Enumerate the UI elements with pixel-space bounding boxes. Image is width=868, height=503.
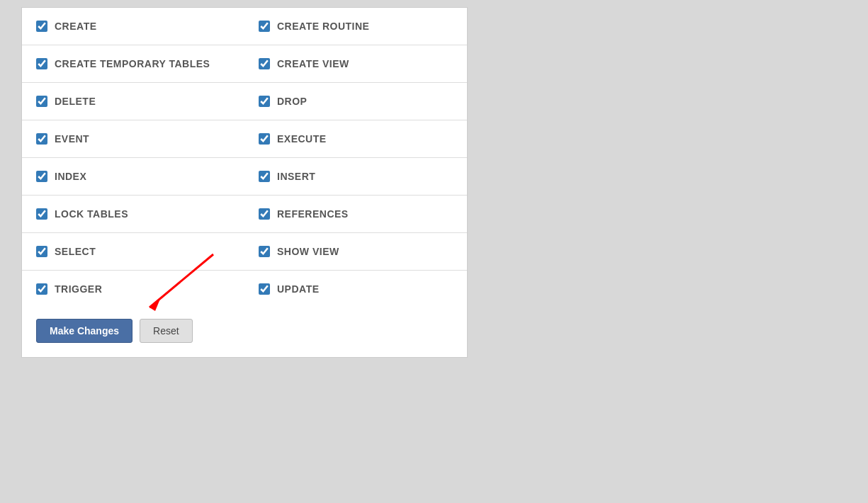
checkbox-execute[interactable] — [259, 133, 270, 145]
permission-cell-right-4: INSERT — [244, 158, 467, 195]
permission-cell-left-5: LOCK TABLES — [22, 196, 244, 232]
permission-cell-left-1: CREATE TEMPORARY TABLES — [22, 45, 244, 82]
permission-label-right-4: INSERT — [277, 171, 315, 182]
permission-cell-right-1: CREATE VIEW — [244, 45, 467, 82]
checkbox-create-routine[interactable] — [259, 21, 270, 32]
checkbox-drop[interactable] — [259, 96, 270, 107]
permission-label-right-2: DROP — [277, 96, 307, 107]
checkbox-show-view[interactable] — [259, 246, 270, 257]
checkbox-references[interactable] — [259, 208, 270, 220]
permission-label-left-6: SELECT — [55, 246, 96, 257]
checkbox-delete[interactable] — [36, 96, 47, 107]
permission-row: EVENTEXECUTE — [22, 120, 467, 158]
permission-cell-left-3: EVENT — [22, 120, 244, 157]
permission-label-right-5: REFERENCES — [277, 208, 349, 220]
permission-label-right-0: CREATE ROUTINE — [277, 21, 369, 32]
permission-label-left-3: EVENT — [55, 133, 89, 145]
permissions-list: CREATECREATE ROUTINECREATE TEMPORARY TAB… — [22, 8, 467, 307]
permission-label-right-1: CREATE VIEW — [277, 58, 349, 69]
checkbox-create-temporary-tables[interactable] — [36, 58, 47, 69]
permission-cell-right-3: EXECUTE — [244, 120, 467, 157]
permission-cell-right-2: DROP — [244, 83, 467, 120]
permission-row: INDEXINSERT — [22, 158, 467, 196]
permission-label-left-2: DELETE — [55, 96, 96, 107]
permission-cell-right-7: UPDATE — [244, 271, 467, 307]
permission-cell-left-0: CREATE — [22, 8, 244, 45]
checkbox-create-view[interactable] — [259, 58, 270, 69]
permission-row: LOCK TABLESREFERENCES — [22, 196, 467, 233]
permission-row: CREATE TEMPORARY TABLESCREATE VIEW — [22, 45, 467, 83]
permission-label-right-7: UPDATE — [277, 283, 320, 295]
checkbox-update[interactable] — [259, 283, 270, 295]
permission-row: TRIGGERUPDATE — [22, 271, 467, 307]
checkbox-create[interactable] — [36, 21, 47, 32]
permission-cell-right-6: SHOW VIEW — [244, 233, 467, 270]
permission-cell-right-0: CREATE ROUTINE — [244, 8, 467, 45]
permission-cell-left-7: TRIGGER — [22, 271, 244, 307]
permission-label-left-1: CREATE TEMPORARY TABLES — [55, 58, 210, 69]
permission-row: CREATECREATE ROUTINE — [22, 8, 467, 45]
permission-row: SELECTSHOW VIEW — [22, 233, 467, 271]
permission-cell-right-5: REFERENCES — [244, 196, 467, 232]
reset-button[interactable]: Reset — [140, 319, 193, 343]
checkbox-index[interactable] — [36, 171, 47, 182]
permission-label-right-3: EXECUTE — [277, 133, 327, 145]
permission-cell-left-6: SELECT — [22, 233, 244, 270]
permission-cell-left-2: DELETE — [22, 83, 244, 120]
checkbox-insert[interactable] — [259, 171, 270, 182]
checkbox-select[interactable] — [36, 246, 47, 257]
permission-label-left-7: TRIGGER — [55, 283, 102, 295]
permission-row: DELETEDROP — [22, 83, 467, 120]
permission-label-left-5: LOCK TABLES — [55, 208, 128, 220]
permission-label-left-4: INDEX — [55, 171, 86, 182]
permission-cell-left-4: INDEX — [22, 158, 244, 195]
checkbox-trigger[interactable] — [36, 283, 47, 295]
permission-label-left-0: CREATE — [55, 21, 97, 32]
checkbox-event[interactable] — [36, 133, 47, 145]
permission-label-right-6: SHOW VIEW — [277, 246, 339, 257]
checkbox-lock-tables[interactable] — [36, 208, 47, 220]
button-row: Make Changes Reset — [22, 307, 467, 343]
make-changes-button[interactable]: Make Changes — [36, 319, 133, 343]
permissions-panel: CREATECREATE ROUTINECREATE TEMPORARY TAB… — [21, 7, 468, 358]
